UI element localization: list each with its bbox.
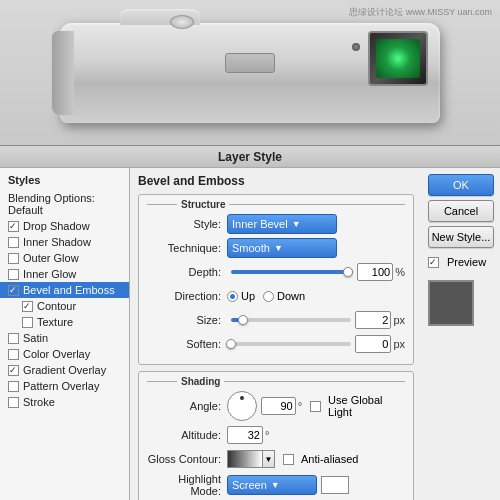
contour-dropdown-arrow[interactable]: ▼	[263, 450, 275, 468]
panel-title: Bevel and Emboss	[138, 174, 414, 188]
outer-glow-label: Outer Glow	[23, 252, 79, 264]
highlight-color-swatch[interactable]	[321, 476, 349, 494]
use-global-light-row: Use Global Light	[310, 394, 405, 418]
texture-label: Texture	[37, 316, 73, 328]
sidebar-item-satin[interactable]: Satin	[0, 330, 129, 346]
size-value[interactable]: 2	[355, 311, 391, 329]
size-slider[interactable]	[231, 318, 351, 322]
sidebar-item-outer-glow[interactable]: Outer Glow	[0, 250, 129, 266]
angle-unit: °	[298, 400, 302, 412]
style-row: Style: Inner Bevel ▼	[147, 214, 405, 234]
gloss-contour-row: Gloss Contour: ▼ Anti-aliased	[147, 449, 405, 469]
contour-picker[interactable]: ▼	[227, 450, 275, 468]
depth-label: Depth:	[147, 266, 227, 278]
altitude-row: Altitude: 32 °	[147, 425, 405, 445]
altitude-value[interactable]: 32	[227, 426, 263, 444]
contour-swatch[interactable]	[227, 450, 263, 468]
shading-section: Shading Angle: 90 ° Use Global Light	[138, 371, 414, 500]
direction-row: Direction: Up Down	[147, 286, 405, 306]
altitude-label: Altitude:	[147, 429, 227, 441]
sidebar-item-gradient-overlay[interactable]: Gradient Overlay	[0, 362, 129, 378]
highlight-label: Highlight Mode:	[147, 473, 227, 497]
dialog-titlebar: Layer Style	[0, 146, 500, 168]
sidebar-item-texture[interactable]: Texture	[0, 314, 129, 330]
stroke-checkbox[interactable]	[8, 397, 19, 408]
soften-unit: px	[393, 338, 405, 350]
styles-title: Styles	[0, 172, 129, 190]
new-style-button[interactable]: New Style...	[428, 226, 494, 248]
color-overlay-checkbox[interactable]	[8, 349, 19, 360]
angle-value[interactable]: 90	[261, 397, 296, 415]
direction-radio-group: Up Down	[227, 290, 305, 302]
direction-label: Direction:	[147, 290, 227, 302]
satin-label: Satin	[23, 332, 48, 344]
contour-checkbox[interactable]	[22, 301, 33, 312]
ok-button[interactable]: OK	[428, 174, 494, 196]
drop-shadow-label: Drop Shadow	[23, 220, 90, 232]
direction-up[interactable]: Up	[227, 290, 255, 302]
direction-down-label: Down	[277, 290, 305, 302]
sidebar-item-pattern-overlay[interactable]: Pattern Overlay	[0, 378, 129, 394]
depth-slider-container	[227, 270, 357, 274]
camera-image	[60, 23, 440, 123]
highlight-select[interactable]: Screen ▼	[227, 475, 317, 495]
pattern-overlay-checkbox[interactable]	[8, 381, 19, 392]
technique-value: Smooth	[232, 242, 270, 254]
satin-checkbox[interactable]	[8, 333, 19, 344]
soften-slider-thumb	[226, 339, 236, 349]
sidebar-item-bevel-emboss[interactable]: Bevel and Emboss	[0, 282, 129, 298]
altitude-unit: °	[265, 429, 269, 441]
soften-label: Soften:	[147, 338, 227, 350]
sidebar-item-stroke[interactable]: Stroke	[0, 394, 129, 410]
angle-dial[interactable]	[227, 391, 257, 421]
preview-label: Preview	[447, 256, 486, 268]
inner-glow-checkbox[interactable]	[8, 269, 19, 280]
bevel-emboss-checkbox[interactable]	[8, 285, 19, 296]
camera-preview: 思绿设计论坛 www.MISSY uan.com	[0, 0, 500, 145]
cancel-button[interactable]: Cancel	[428, 200, 494, 222]
depth-unit: %	[395, 266, 405, 278]
anti-aliased-checkbox[interactable]	[283, 454, 294, 465]
preview-checkbox[interactable]	[428, 257, 439, 268]
sidebar-item-color-overlay[interactable]: Color Overlay	[0, 346, 129, 362]
direction-down[interactable]: Down	[263, 290, 305, 302]
sidebar-item-blending[interactable]: Blending Options: Default	[0, 190, 129, 218]
depth-row: Depth: 100 %	[147, 262, 405, 282]
sidebar-item-inner-glow[interactable]: Inner Glow	[0, 266, 129, 282]
watermark: 思绿设计论坛 www.MISSY uan.com	[349, 6, 492, 19]
angle-row: Angle: 90 ° Use Global Light	[147, 391, 405, 421]
soften-slider[interactable]	[231, 342, 351, 346]
size-slider-container	[227, 318, 355, 322]
inner-glow-label: Inner Glow	[23, 268, 76, 280]
direction-up-label: Up	[241, 290, 255, 302]
technique-select[interactable]: Smooth ▼	[227, 238, 337, 258]
inner-shadow-checkbox[interactable]	[8, 237, 19, 248]
blending-label: Blending Options: Default	[8, 192, 121, 216]
structure-title: Structure	[147, 199, 405, 210]
highlight-select-arrow: ▼	[271, 480, 280, 490]
outer-glow-checkbox[interactable]	[8, 253, 19, 264]
drop-shadow-checkbox[interactable]	[8, 221, 19, 232]
depth-slider[interactable]	[231, 270, 353, 274]
texture-checkbox[interactable]	[22, 317, 33, 328]
angle-label: Angle:	[147, 400, 227, 412]
angle-dot	[240, 396, 244, 400]
soften-value[interactable]: 0	[355, 335, 391, 353]
stroke-label: Stroke	[23, 396, 55, 408]
size-row: Size: 2 px	[147, 310, 405, 330]
sidebar-item-inner-shadow[interactable]: Inner Shadow	[0, 234, 129, 250]
style-select[interactable]: Inner Bevel ▼	[227, 214, 337, 234]
style-select-arrow: ▼	[292, 219, 301, 229]
gradient-overlay-checkbox[interactable]	[8, 365, 19, 376]
direction-up-radio[interactable]	[227, 291, 238, 302]
sidebar-item-drop-shadow[interactable]: Drop Shadow	[0, 218, 129, 234]
depth-value[interactable]: 100	[357, 263, 393, 281]
sidebar-item-contour[interactable]: Contour	[0, 298, 129, 314]
use-global-light-checkbox[interactable]	[310, 401, 321, 412]
use-global-light-label: Use Global Light	[328, 394, 405, 418]
soften-row: Soften: 0 px	[147, 334, 405, 354]
direction-down-radio[interactable]	[263, 291, 274, 302]
technique-label: Technique:	[147, 242, 227, 254]
contour-label: Contour	[37, 300, 76, 312]
style-value: Inner Bevel	[232, 218, 288, 230]
